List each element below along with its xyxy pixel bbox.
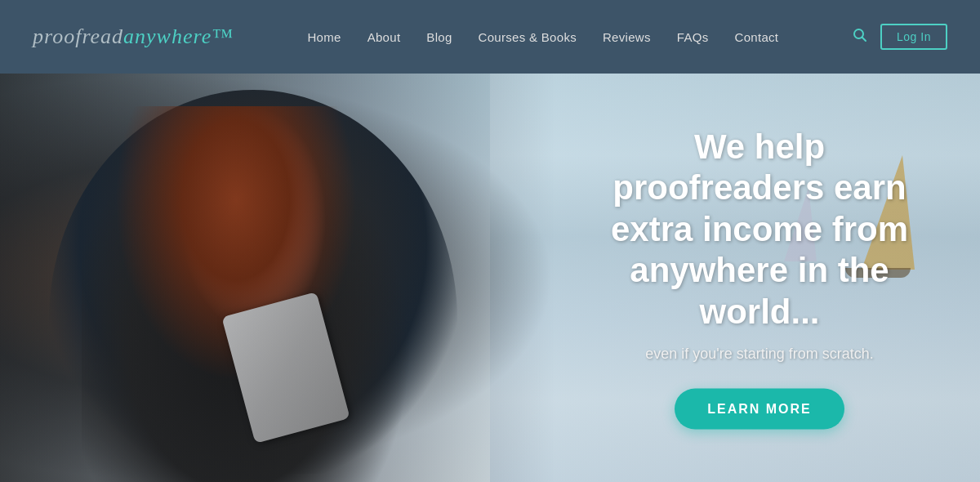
- logo-text-proofread: proofread: [33, 25, 123, 49]
- site-logo[interactable]: proofread anywhere™: [33, 25, 234, 49]
- site-header: proofread anywhere™ Home About Blog Cour…: [0, 0, 980, 74]
- learn-more-button[interactable]: LEARN MORE: [675, 388, 844, 429]
- header-actions: Log In: [853, 24, 947, 50]
- logo-text-anywhere: anywhere™: [123, 25, 234, 49]
- nav-item-reviews[interactable]: Reviews: [603, 30, 651, 44]
- search-icon[interactable]: [853, 28, 867, 47]
- hero-content: We help proofreaders earn extra income f…: [588, 127, 931, 430]
- main-nav: Home About Blog Courses & Books Reviews …: [307, 30, 778, 44]
- nav-item-about[interactable]: About: [368, 30, 401, 44]
- hero-section: We help proofreaders earn extra income f…: [0, 74, 980, 482]
- login-button[interactable]: Log In: [880, 24, 947, 50]
- hero-subtext: even if you're starting from scratch.: [588, 345, 931, 362]
- nav-item-courses-books[interactable]: Courses & Books: [479, 30, 577, 44]
- nav-item-faqs[interactable]: FAQs: [677, 30, 709, 44]
- nav-item-contact[interactable]: Contact: [735, 30, 779, 44]
- nav-item-home[interactable]: Home: [307, 30, 341, 44]
- nav-item-blog[interactable]: Blog: [426, 30, 452, 44]
- svg-line-1: [862, 37, 866, 41]
- hero-headline: We help proofreaders earn extra income f…: [588, 127, 931, 332]
